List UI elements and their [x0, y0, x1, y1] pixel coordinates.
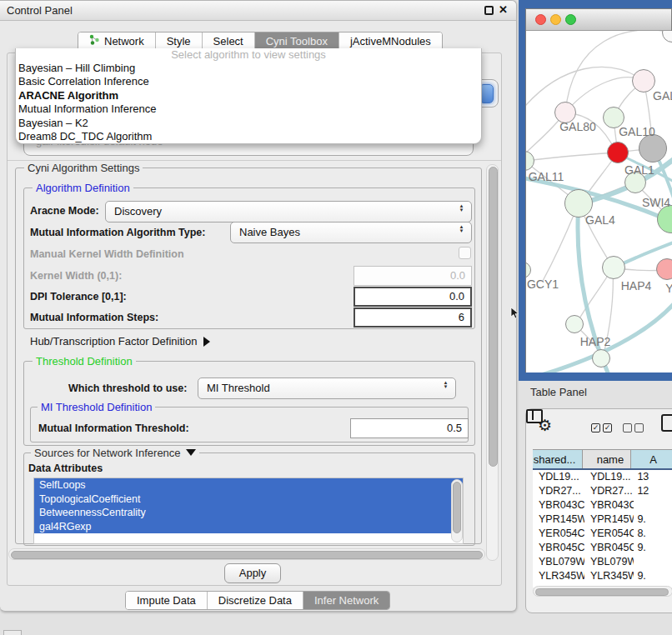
- combobox-stepper-icon: ▲▼: [458, 225, 465, 233]
- network-canvas[interactable]: GAL7GAL80GAL10GAL1GAL11SWI4GAL4GCY1HAP4Y…: [526, 31, 672, 372]
- network-node-label: HAP2: [580, 335, 611, 348]
- table-row[interactable]: YBL079WYBL079W: [533, 555, 672, 569]
- table-cell: YPR145W: [533, 512, 584, 527]
- network-node-label: GAL10: [619, 125, 655, 138]
- table-cell: 9.: [634, 569, 672, 583]
- column-header[interactable]: name: [582, 449, 631, 468]
- algorithm-option[interactable]: ARACNE Algorithm: [16, 89, 481, 102]
- control-panel-title: Control Panel: [7, 4, 73, 17]
- tab-discretize-data[interactable]: Discretize Data: [208, 592, 303, 609]
- table-cell: YPR145W: [584, 512, 634, 527]
- tab-infer-network[interactable]: Infer Network: [303, 592, 389, 609]
- network-node[interactable]: [602, 256, 625, 279]
- network-node[interactable]: [656, 258, 672, 280]
- hub-definition-toggle[interactable]: Hub/Transcription Factor Definition: [30, 335, 210, 348]
- table-row[interactable]: YER054CYER054C8.: [533, 527, 672, 541]
- table-header-row: shared...nameA: [533, 449, 672, 470]
- control-panel-titlebar[interactable]: Control Panel ✕: [0, 1, 516, 21]
- close-icon[interactable]: ✕: [499, 3, 508, 16]
- algorithm-option[interactable]: Dream8 DC_TDC Algorithm: [16, 130, 481, 143]
- table-cell: YER054C: [533, 527, 584, 541]
- application-window: Control Panel ✕ Network Style Select Cyn…: [0, 0, 672, 635]
- section-divider: [8, 160, 501, 161]
- network-node[interactable]: [565, 315, 584, 333]
- aracne-mode-value: Discovery: [114, 205, 162, 218]
- tab-label: Style: [167, 32, 191, 50]
- network-node[interactable]: [639, 134, 667, 162]
- table-horizontal-scrollbar[interactable]: [533, 586, 672, 597]
- sources-toggle[interactable]: Sources for Network Inference: [31, 447, 199, 459]
- table-row[interactable]: YBR045CYBR045C9.: [533, 541, 672, 555]
- attribute-item[interactable]: SelfLoops: [34, 478, 463, 492]
- algorithm-option[interactable]: Basic Correlation Inference: [16, 75, 481, 88]
- algorithm-option[interactable]: Mutual Information Inference: [16, 102, 481, 116]
- dpi-tolerance-label: DPI Tolerance [0,1]:: [30, 291, 127, 302]
- gear-icon[interactable]: ⚙: [538, 416, 552, 435]
- table-cell: YBR045C: [584, 541, 634, 555]
- scrollbar-thumb[interactable]: [535, 588, 669, 596]
- unchecked-box-icon: [623, 423, 632, 432]
- scrollbar-thumb[interactable]: [453, 482, 461, 533]
- which-threshold-combobox[interactable]: MI Threshold ▲▼: [198, 378, 456, 399]
- column-header[interactable]: A: [630, 449, 672, 468]
- network-node[interactable]: [592, 349, 610, 368]
- checked-box-icon: ✓: [603, 423, 612, 432]
- minimized-panel-icon[interactable]: [3, 630, 22, 635]
- table-cell: YDR27...: [533, 484, 584, 498]
- apply-button[interactable]: Apply: [224, 563, 281, 583]
- mi-type-label: Mutual Information Algorithm Type:: [30, 227, 205, 238]
- close-traffic-light[interactable]: [535, 14, 546, 25]
- zoom-traffic-light[interactable]: [565, 14, 576, 25]
- table-cell: [634, 498, 672, 512]
- settings-horizontal-scrollbar[interactable]: [8, 548, 485, 560]
- table-cell: YER054C: [584, 527, 634, 541]
- tab-label: Discretize Data: [218, 592, 292, 609]
- aracne-mode-combobox[interactable]: Discovery ▲▼: [105, 201, 472, 222]
- algorithm-option[interactable]: Bayesian – K2: [16, 117, 481, 130]
- tab-cyni-toolbox[interactable]: Cyni Toolbox: [255, 32, 339, 50]
- combobox-stepper-icon: ▲▼: [442, 381, 449, 389]
- tab-network[interactable]: Network: [78, 32, 156, 50]
- scrollbar-thumb[interactable]: [489, 167, 498, 467]
- network-node[interactable]: [607, 142, 629, 163]
- network-node[interactable]: [632, 69, 655, 92]
- network-node-label: GCY1: [527, 278, 559, 291]
- kernel-width-label: Kernel Width (0,1):: [30, 270, 122, 282]
- table-row[interactable]: YDL19...YDL19...13: [533, 470, 672, 484]
- column-header[interactable]: shared...: [533, 449, 583, 468]
- minimize-traffic-light[interactable]: [550, 14, 561, 25]
- algorithm-option[interactable]: Bayesian – Hill Climbing: [16, 62, 481, 75]
- document-icon[interactable]: [661, 414, 672, 432]
- table-row[interactable]: YDR27...YDR27...12: [533, 484, 672, 498]
- mi-steps-field[interactable]: 6: [354, 308, 472, 328]
- settings-vertical-scrollbar[interactable]: [486, 164, 499, 561]
- manual-kernel-label: Manual Kernel Width Definition: [30, 248, 184, 260]
- table-cell: YBR043C: [533, 498, 584, 512]
- network-node-label: GAL1: [624, 163, 654, 177]
- network-icon: [89, 32, 100, 50]
- select-all-checks-icon[interactable]: ✓ ✓: [591, 423, 612, 432]
- attribute-item[interactable]: gal4RGexp: [34, 520, 463, 534]
- scrollbar-thumb[interactable]: [11, 551, 483, 559]
- table-row[interactable]: YLR345WYLR345W9.: [533, 569, 672, 583]
- attribute-item[interactable]: TopologicalCoefficient: [34, 492, 463, 507]
- tab-jactivemnodules[interactable]: jActiveMNodules: [339, 32, 442, 50]
- dpi-tolerance-field[interactable]: 0.0: [354, 287, 472, 307]
- float-window-icon[interactable]: [484, 6, 494, 15]
- table-row[interactable]: YPR145WYPR145W9.: [533, 512, 672, 527]
- tab-impute-data[interactable]: Impute Data: [126, 592, 208, 609]
- table-cell: YBL079W: [584, 555, 634, 569]
- manual-kernel-checkbox[interactable]: [459, 247, 471, 259]
- deselect-all-checks-icon[interactable]: [623, 423, 644, 432]
- mi-threshold-field[interactable]: 0.5: [350, 418, 469, 438]
- list-vertical-scrollbar[interactable]: [451, 479, 463, 542]
- network-node-label: HAP4: [621, 279, 652, 292]
- tab-select[interactable]: Select: [203, 32, 255, 50]
- table-cell: YLR345W: [584, 569, 634, 583]
- mi-type-combobox[interactable]: Naive Bayes ▲▼: [230, 222, 472, 243]
- attribute-item[interactable]: BetweennessCentrality: [34, 506, 463, 520]
- table-row[interactable]: YBR043CYBR043C: [533, 498, 672, 512]
- network-window-titlebar[interactable]: [526, 9, 671, 31]
- kernel-width-field[interactable]: 0.0: [354, 266, 472, 286]
- tab-style[interactable]: Style: [156, 32, 203, 50]
